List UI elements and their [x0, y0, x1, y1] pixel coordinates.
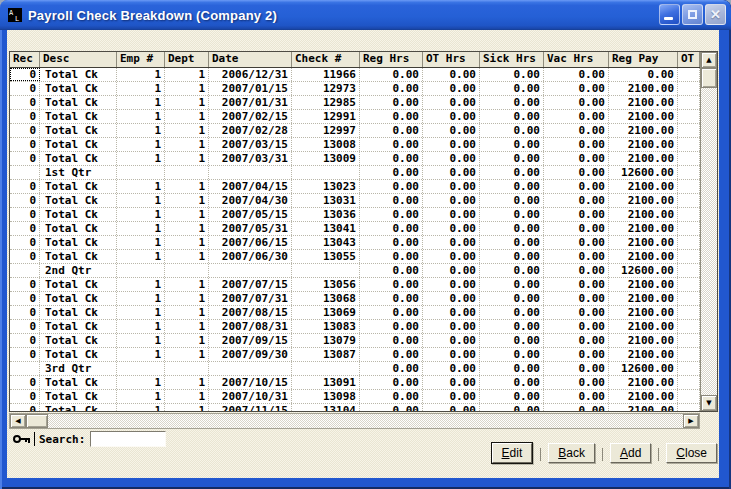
cell[interactable]	[209, 166, 292, 179]
cell[interactable]: 0.00	[480, 194, 544, 207]
scroll-down-icon[interactable]: ▼	[701, 395, 717, 411]
cell[interactable]: 13083	[292, 320, 360, 333]
cell[interactable]: 0.00	[423, 82, 480, 95]
cell[interactable]: 0.00	[423, 264, 480, 277]
cell[interactable]	[678, 110, 700, 123]
cell[interactable]: 0.00	[480, 264, 544, 277]
cell[interactable]: 0.00	[544, 82, 609, 95]
cell[interactable]: 1	[165, 404, 209, 412]
cell[interactable]: 0.00	[423, 110, 480, 123]
cell[interactable]	[10, 166, 40, 179]
cell[interactable]	[292, 264, 360, 277]
cell[interactable]: 13104	[292, 404, 360, 412]
cell[interactable]: 0.00	[423, 166, 480, 179]
cell[interactable]: 0.00	[360, 250, 423, 263]
cell[interactable]: 0.00	[544, 194, 609, 207]
cell[interactable]: Total Ck	[40, 110, 117, 123]
cell[interactable]	[678, 264, 700, 277]
cell[interactable]: 13055	[292, 250, 360, 263]
cell[interactable]	[678, 362, 700, 375]
cell[interactable]: 0.00	[423, 320, 480, 333]
cell[interactable]	[678, 278, 700, 291]
table-row[interactable]: 0Total Ck112007/06/30130550.000.000.000.…	[10, 250, 700, 264]
cell[interactable]: 1	[117, 152, 165, 165]
cell[interactable]: 1	[165, 222, 209, 235]
cell[interactable]: 0.00	[423, 292, 480, 305]
cell[interactable]: 0.00	[480, 278, 544, 291]
edit-button[interactable]: Edit	[492, 443, 533, 463]
cell[interactable]: 13041	[292, 222, 360, 235]
search-input[interactable]	[90, 431, 166, 447]
cell[interactable]: Total Ck	[40, 376, 117, 389]
cell[interactable]: Total Ck	[40, 96, 117, 109]
cell[interactable]: 0	[10, 404, 40, 412]
cell[interactable]	[678, 236, 700, 249]
cell[interactable]: 2006/12/31	[209, 68, 292, 81]
cell[interactable]: 0	[10, 96, 40, 109]
cell[interactable]	[678, 138, 700, 151]
cell[interactable]	[678, 348, 700, 361]
cell[interactable]: 1	[165, 208, 209, 221]
close-button[interactable]: ✕	[705, 4, 726, 25]
cell[interactable]: 11966	[292, 68, 360, 81]
cell[interactable]: 0	[10, 376, 40, 389]
table-row[interactable]: 0Total Ck112007/01/31129850.000.000.000.…	[10, 96, 700, 110]
cell[interactable]	[678, 96, 700, 109]
cell[interactable]: 0	[10, 82, 40, 95]
cell[interactable]: 1	[117, 68, 165, 81]
cell[interactable]: 0.00	[480, 348, 544, 361]
cell[interactable]: 13068	[292, 292, 360, 305]
cell[interactable]: 13091	[292, 376, 360, 389]
cell[interactable]: 0.00	[544, 390, 609, 403]
table-row[interactable]: 0Total Ck112006/12/31119660.000.000.000.…	[10, 68, 700, 82]
cell[interactable]: 13043	[292, 236, 360, 249]
cell[interactable]: 2007/08/15	[209, 306, 292, 319]
cell[interactable]: 2nd Qtr	[40, 264, 117, 277]
table-row[interactable]: 0Total Ck112007/07/15130560.000.000.000.…	[10, 278, 700, 292]
cell[interactable]: 0.00	[544, 124, 609, 137]
cell[interactable]: 2007/11/15	[209, 404, 292, 412]
cell[interactable]: 1	[165, 320, 209, 333]
cell[interactable]: 13079	[292, 334, 360, 347]
cell[interactable]: 0	[10, 208, 40, 221]
cell[interactable]: 0.00	[423, 348, 480, 361]
cell[interactable]: 12997	[292, 124, 360, 137]
cell[interactable]: 0.00	[423, 96, 480, 109]
cell[interactable]: 2007/10/31	[209, 390, 292, 403]
table-row[interactable]: 0Total Ck112007/04/30130310.000.000.000.…	[10, 194, 700, 208]
cell[interactable]: 1	[165, 376, 209, 389]
cell[interactable]: 1	[117, 110, 165, 123]
cell[interactable]: 0.00	[360, 334, 423, 347]
cell[interactable]	[678, 208, 700, 221]
cell[interactable]: 0.00	[480, 362, 544, 375]
cell[interactable]: 0.00	[360, 348, 423, 361]
cell[interactable]: 0	[10, 292, 40, 305]
cell[interactable]: 1	[165, 306, 209, 319]
cell[interactable]: 0.00	[480, 138, 544, 151]
cell[interactable]: 0.00	[423, 404, 480, 412]
cell[interactable]	[678, 250, 700, 263]
cell[interactable]: 2007/05/15	[209, 208, 292, 221]
cell[interactable]: 1	[117, 138, 165, 151]
cell[interactable]: Total Ck	[40, 222, 117, 235]
cell[interactable]: 0.00	[360, 404, 423, 412]
cell[interactable]: 1	[117, 306, 165, 319]
cell[interactable]: 2100.00	[609, 376, 678, 389]
cell[interactable]: 0.00	[480, 236, 544, 249]
table-row[interactable]: 0Total Ck112007/11/15131040.000.000.000.…	[10, 404, 700, 412]
cell[interactable]: Total Ck	[40, 124, 117, 137]
cell[interactable]: 12985	[292, 96, 360, 109]
cell[interactable]: Total Ck	[40, 68, 117, 81]
cell[interactable]: 0.00	[480, 208, 544, 221]
cell[interactable]: Total Ck	[40, 278, 117, 291]
cell[interactable]: 13023	[292, 180, 360, 193]
table-row[interactable]: 0Total Ck112007/02/28129970.000.000.000.…	[10, 124, 700, 138]
cell[interactable]: 13008	[292, 138, 360, 151]
cell[interactable]: Total Ck	[40, 236, 117, 249]
cell[interactable]: 1	[165, 348, 209, 361]
cell[interactable]	[678, 82, 700, 95]
cell[interactable]: 0	[10, 180, 40, 193]
cell[interactable]: 0.00	[423, 138, 480, 151]
cell[interactable]: 2100.00	[609, 278, 678, 291]
add-button[interactable]: Add	[610, 443, 651, 463]
